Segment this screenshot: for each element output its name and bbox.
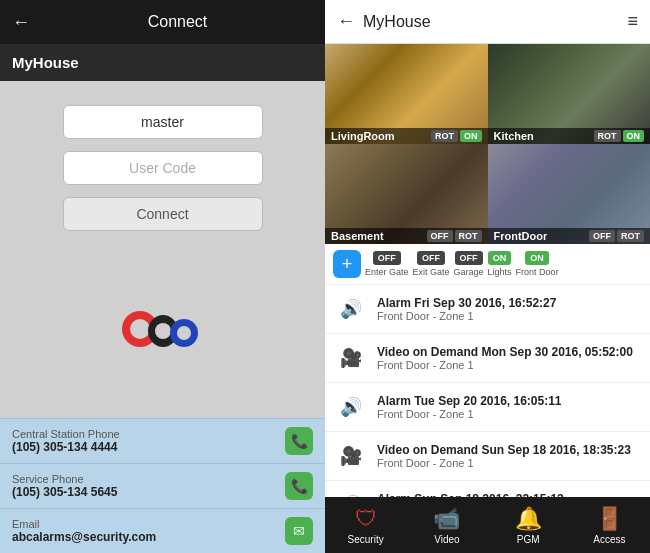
right-back-button[interactable]: ← — [337, 11, 355, 32]
bottom-nav: 🛡 Security 📹 Video 🔔 PGM 🚪 Access — [325, 497, 650, 553]
nav-access-label: Access — [593, 534, 625, 545]
nav-pgm[interactable]: 🔔 PGM — [488, 497, 569, 553]
camera-basement[interactable]: Basement OFF ROT — [325, 144, 488, 244]
action-garage[interactable]: OFF Garage — [454, 251, 484, 277]
username-field[interactable]: master — [63, 105, 263, 139]
central-station-label: Central Station Phone — [12, 428, 277, 440]
video-nav-icon: 📹 — [433, 506, 460, 532]
camera-livingroom[interactable]: LivingRoom ROT ON — [325, 44, 488, 144]
alarm-icon: 🔊 — [335, 293, 367, 325]
left-panel: ← Connect MyHouse master User Code Conne… — [0, 0, 325, 553]
email-icon[interactable]: ✉ — [285, 517, 313, 545]
menu-button[interactable]: ≡ — [627, 11, 638, 32]
contact-section: Central Station Phone (105) 305-134 4444… — [0, 418, 325, 553]
contact-phone-service: Service Phone (105) 305-134 5645 📞 — [0, 463, 325, 508]
nav-security[interactable]: 🛡 Security — [325, 497, 406, 553]
contact-email: Email abcalarms@security.com ✉ — [0, 508, 325, 553]
email-value: abcalarms@security.com — [12, 530, 277, 544]
nav-video-label: Video — [434, 534, 459, 545]
events-list: 🔊 Alarm Fri Sep 30 2016, 16:52:27 Front … — [325, 285, 650, 497]
camera-livingroom-label: LivingRoom ROT ON — [325, 128, 488, 144]
action-bar: + OFF Enter Gate OFF Exit Gate OFF Garag… — [325, 244, 650, 285]
nav-access[interactable]: 🚪 Access — [569, 497, 650, 553]
email-label: Email — [12, 518, 277, 530]
video-icon: 🎥 — [335, 440, 367, 472]
camera-frontdoor-label: FrontDoor OFF ROT — [488, 228, 651, 244]
nav-pgm-label: PGM — [517, 534, 540, 545]
central-station-value: (105) 305-134 4444 — [12, 440, 277, 454]
right-header-title: MyHouse — [363, 13, 627, 31]
camera-grid: LivingRoom ROT ON Kitchen ROT ON Basemen… — [325, 44, 650, 244]
nav-video[interactable]: 📹 Video — [406, 497, 487, 553]
left-header: ← Connect — [0, 0, 325, 44]
action-enter-gate[interactable]: OFF Enter Gate — [365, 251, 409, 277]
service-phone-label: Service Phone — [12, 473, 277, 485]
camera-basement-label: Basement OFF ROT — [325, 228, 488, 244]
logo-area — [118, 243, 208, 406]
event-item[interactable]: 🔊 Alarm Fri Sep 30 2016, 16:52:27 Front … — [325, 285, 650, 334]
right-panel: ← MyHouse ≡ LivingRoom ROT ON Kitchen RO… — [325, 0, 650, 553]
left-header-title: Connect — [42, 13, 313, 31]
abc-logo — [118, 297, 208, 352]
event-item[interactable]: 🔊 Alarm Sun Sep 18 2016, 22:15:13 Front … — [325, 481, 650, 497]
svg-point-1 — [130, 319, 150, 339]
event-item[interactable]: 🎥 Video on Demand Sun Sep 18 2016, 18:35… — [325, 432, 650, 481]
service-phone-value: (105) 305-134 5645 — [12, 485, 277, 499]
action-front-door[interactable]: ON Front Door — [516, 251, 559, 277]
action-exit-gate[interactable]: OFF Exit Gate — [413, 251, 450, 277]
shield-icon: 🛡 — [355, 506, 377, 532]
event-item[interactable]: 🔊 Alarm Tue Sep 20 2016, 16:05:11 Front … — [325, 383, 650, 432]
nav-security-label: Security — [348, 534, 384, 545]
alarm-icon: 🔊 — [335, 391, 367, 423]
central-phone-icon[interactable]: 📞 — [285, 427, 313, 455]
svg-point-3 — [155, 323, 171, 339]
event-item[interactable]: 🎥 Video on Demand Mon Sep 30 2016, 05:52… — [325, 334, 650, 383]
left-content: master User Code Connect — [0, 81, 325, 418]
user-code-field[interactable]: User Code — [63, 151, 263, 185]
service-phone-icon[interactable]: 📞 — [285, 472, 313, 500]
action-lights[interactable]: ON Lights — [488, 251, 512, 277]
svg-point-5 — [177, 326, 191, 340]
camera-kitchen[interactable]: Kitchen ROT ON — [488, 44, 651, 144]
video-icon: 🎥 — [335, 342, 367, 374]
alarm-icon: 🔊 — [335, 489, 367, 497]
bell-icon: 🔔 — [515, 506, 542, 532]
right-header: ← MyHouse ≡ — [325, 0, 650, 44]
left-back-button[interactable]: ← — [12, 12, 30, 33]
contact-phone-central: Central Station Phone (105) 305-134 4444… — [0, 418, 325, 463]
myhouse-label: MyHouse — [0, 44, 325, 81]
door-icon: 🚪 — [596, 506, 623, 532]
connect-button[interactable]: Connect — [63, 197, 263, 231]
add-button[interactable]: + — [333, 250, 361, 278]
camera-kitchen-label: Kitchen ROT ON — [488, 128, 651, 144]
camera-frontdoor[interactable]: FrontDoor OFF ROT — [488, 144, 651, 244]
